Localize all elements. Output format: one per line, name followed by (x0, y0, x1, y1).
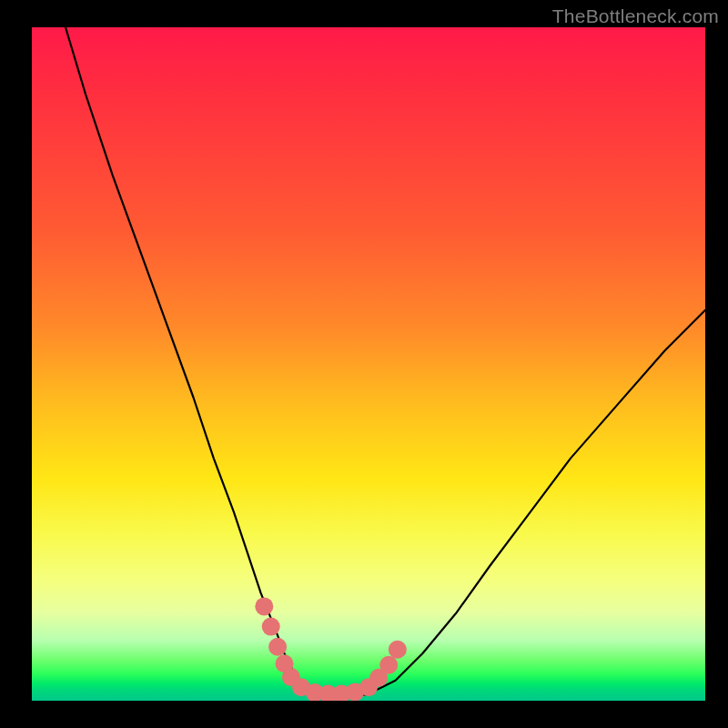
highlight-dot (389, 641, 407, 659)
chart-frame: TheBottleneck.com (0, 0, 728, 728)
watermark-text: TheBottleneck.com (552, 5, 719, 27)
highlight-dot (255, 597, 273, 615)
highlight-dot (268, 638, 287, 656)
highlight-marker-group (255, 597, 407, 701)
highlight-dot (262, 618, 280, 636)
highlight-dot (379, 656, 398, 674)
chart-svg (32, 27, 705, 701)
plot-area (32, 27, 705, 701)
curve-line (66, 27, 705, 697)
